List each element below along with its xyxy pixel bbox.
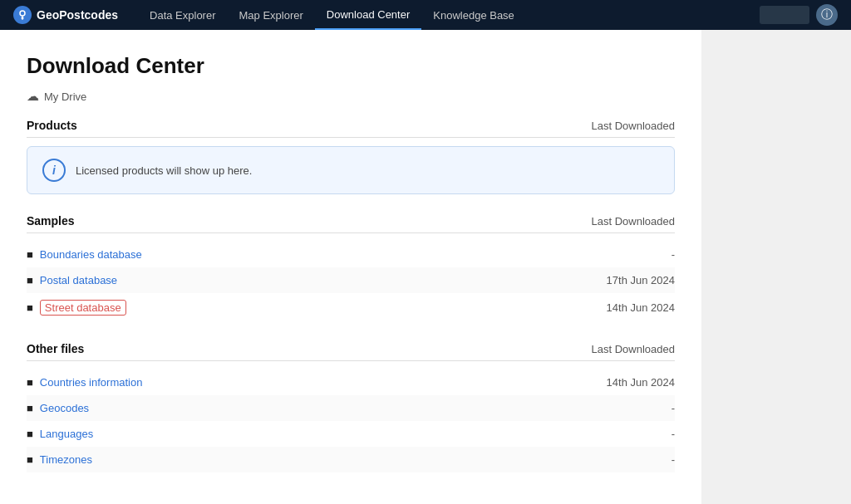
drive-icon: ☁: [27, 89, 39, 104]
sample-link-2[interactable]: Street database: [40, 300, 126, 316]
nav-right: ⓘ: [760, 4, 838, 26]
other-files-last-downloaded-label: Last Downloaded: [592, 343, 675, 355]
folder-icon: ■: [27, 376, 33, 389]
table-row: ■ Geocodes -: [27, 395, 675, 421]
row-left: ■ Languages: [27, 428, 93, 440]
info-icon: i: [42, 159, 66, 182]
other-link-0[interactable]: Countries information: [40, 376, 143, 389]
other-link-3[interactable]: Timezones: [40, 453, 92, 466]
sample-link-1[interactable]: Postal database: [40, 274, 117, 286]
folder-icon: ■: [27, 402, 33, 414]
other-link-1[interactable]: Geocodes: [40, 402, 89, 414]
samples-section-header: Samples Last Downloaded: [27, 214, 675, 233]
main-content: Download Center ☁ My Drive Products Last…: [0, 30, 701, 504]
row-left: ■ Boundaries database: [27, 248, 142, 261]
folder-icon: ■: [27, 274, 33, 286]
row-left: ■ Geocodes: [27, 402, 89, 414]
sidebar: [701, 30, 851, 504]
my-drive-label: My Drive: [44, 91, 86, 103]
samples-last-downloaded-label: Last Downloaded: [592, 215, 675, 228]
products-heading: Products: [27, 119, 77, 132]
brand-label: GeoPostcodes: [37, 8, 118, 22]
table-row: ■ Boundaries database -: [27, 242, 675, 267]
folder-icon: ■: [27, 301, 33, 314]
samples-section: Samples Last Downloaded ■ Boundaries dat…: [27, 214, 675, 322]
products-info-box: i Licensed products will show up here.: [27, 146, 675, 194]
products-last-downloaded-label: Last Downloaded: [592, 120, 675, 132]
my-drive-link[interactable]: ☁ My Drive: [27, 89, 675, 104]
folder-icon: ■: [27, 428, 33, 440]
svg-point-0: [20, 11, 25, 16]
sample-date-0: -: [671, 248, 675, 261]
folder-icon: ■: [27, 248, 33, 261]
samples-rows: ■ Boundaries database - ■ Postal databas…: [27, 242, 675, 322]
sample-date-1: 17th Jun 2024: [607, 274, 675, 286]
nav-links: Data Explorer Map Explorer Download Cent…: [138, 0, 760, 30]
brand[interactable]: GeoPostcodes: [13, 6, 118, 24]
sample-date-2: 14th Jun 2024: [607, 301, 675, 314]
nav-knowledge-base[interactable]: Knowledge Base: [421, 0, 526, 30]
other-files-rows: ■ Countries information 14th Jun 2024 ■ …: [27, 369, 675, 472]
other-date-3: -: [671, 453, 675, 466]
table-row: ■ Street database 14th Jun 2024: [27, 293, 675, 322]
other-files-section-header: Other files Last Downloaded: [27, 342, 675, 361]
other-link-2[interactable]: Languages: [40, 428, 93, 440]
other-date-2: -: [671, 428, 675, 440]
nav-map-explorer[interactable]: Map Explorer: [228, 0, 315, 30]
table-row: ■ Timezones -: [27, 447, 675, 472]
nav-download-center[interactable]: Download Center: [315, 0, 421, 30]
content-wrapper: Download Center ☁ My Drive Products Last…: [0, 30, 851, 504]
other-files-section: Other files Last Downloaded ■ Countries …: [27, 342, 675, 472]
user-avatar-placeholder: [760, 6, 809, 24]
products-section-header: Products Last Downloaded: [27, 119, 675, 138]
row-left: ■ Timezones: [27, 453, 92, 466]
logo-icon: [13, 6, 32, 24]
row-left: ■ Countries information: [27, 376, 142, 389]
navbar: GeoPostcodes Data Explorer Map Explorer …: [0, 0, 851, 30]
products-section: Products Last Downloaded i Licensed prod…: [27, 119, 675, 194]
user-avatar[interactable]: ⓘ: [816, 4, 838, 26]
info-text: Licensed products will show up here.: [76, 164, 252, 177]
other-files-heading: Other files: [27, 342, 84, 355]
table-row: ■ Languages -: [27, 421, 675, 447]
folder-icon: ■: [27, 453, 33, 466]
sample-link-0[interactable]: Boundaries database: [40, 248, 142, 261]
page-title: Download Center: [27, 53, 675, 79]
other-date-1: -: [671, 402, 675, 414]
table-row: ■ Countries information 14th Jun 2024: [27, 369, 675, 395]
row-left: ■ Street database: [27, 300, 126, 316]
nav-data-explorer[interactable]: Data Explorer: [138, 0, 227, 30]
table-row: ■ Postal database 17th Jun 2024: [27, 267, 675, 293]
row-left: ■ Postal database: [27, 274, 117, 286]
other-date-0: 14th Jun 2024: [607, 376, 675, 389]
samples-heading: Samples: [27, 214, 75, 228]
